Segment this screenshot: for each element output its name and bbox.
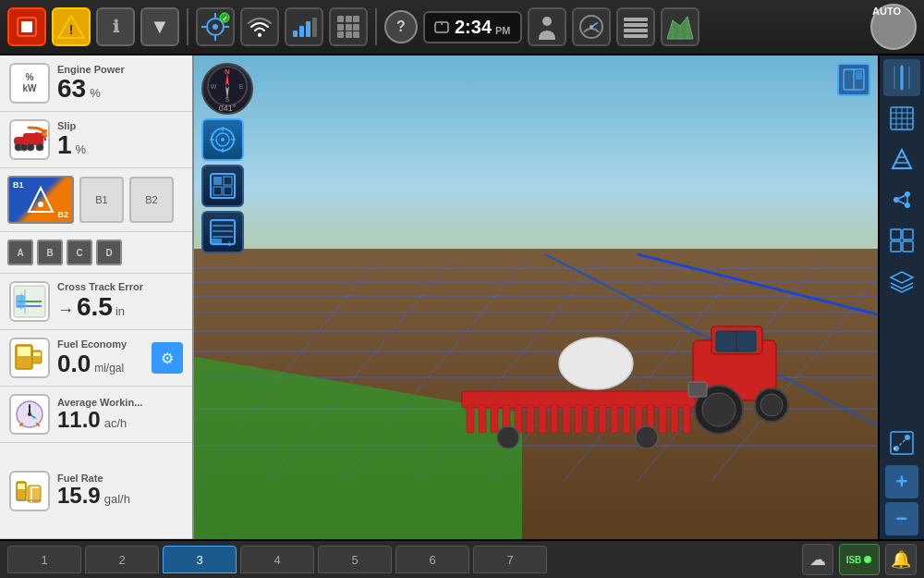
svg-point-105	[559, 338, 633, 389]
isb-button[interactable]: ISB ✓	[839, 544, 880, 575]
tab-1[interactable]: 1	[7, 546, 81, 573]
svg-rect-55	[33, 352, 41, 356]
map-view[interactable]: N S W E 041°	[194, 55, 878, 539]
cte-icon	[9, 281, 50, 322]
warning-button[interactable]: !	[52, 7, 91, 46]
zoom-in-button[interactable]: +	[885, 465, 918, 498]
engine-power-label: Engine Power	[57, 64, 183, 75]
tab-3[interactable]: 3	[163, 546, 237, 573]
slip-info: Slip 1 %	[57, 120, 183, 160]
sections-card: A B C D	[0, 232, 192, 274]
map-edit-tool-button[interactable]	[883, 424, 920, 461]
fuel-economy-label: Fuel Economy	[57, 338, 144, 350]
zoom-out-button[interactable]: −	[885, 502, 918, 535]
svg-point-59	[28, 412, 31, 416]
svg-rect-169	[891, 432, 913, 454]
layers-tool-button[interactable]	[883, 263, 920, 300]
cross-track-error-card: Cross Track Error → 6.5 in	[0, 274, 192, 330]
field-button[interactable]	[661, 7, 699, 46]
multiview-tool-button[interactable]	[883, 222, 920, 259]
layout-button[interactable]	[201, 165, 244, 207]
notification-button[interactable]: 🔔	[885, 544, 917, 575]
tab-2[interactable]: 2	[85, 546, 159, 573]
slip-value: 1	[57, 131, 72, 160]
auto-button[interactable]: AUTO	[870, 4, 917, 50]
svg-rect-132	[213, 177, 222, 185]
svg-rect-84	[467, 405, 474, 433]
cloud-button[interactable]: ☁	[802, 544, 833, 575]
cte-value: 6.5	[77, 292, 113, 322]
svg-rect-164	[891, 229, 901, 240]
tab-7[interactable]: 7	[473, 546, 547, 573]
svg-text:!: !	[69, 22, 74, 37]
svg-point-44	[36, 143, 43, 151]
guidance-button[interactable]	[201, 118, 244, 161]
split-view-button[interactable]	[837, 63, 870, 96]
svg-rect-23	[337, 31, 344, 38]
svg-rect-97	[623, 405, 630, 433]
layers-button[interactable]	[616, 7, 655, 46]
person-button[interactable]	[528, 7, 566, 46]
svg-rect-17	[337, 16, 344, 22]
tab-4[interactable]: 4	[240, 546, 314, 573]
help-button[interactable]: ?	[384, 10, 418, 43]
engine-power-value: 63	[57, 75, 86, 104]
isb-label: ISB	[846, 555, 862, 565]
fuel-rate-value: 15.9	[57, 484, 101, 508]
boundary-b1[interactable]: B1	[79, 177, 124, 223]
info-button[interactable]: ℹ	[96, 7, 135, 46]
avg-working-label: Average Workin...	[57, 397, 183, 408]
bottom-bar: 1 2 3 4 5 6 7 ☁ ISB ✓ 🔔	[0, 539, 924, 578]
svg-line-161	[896, 194, 907, 200]
fuel-economy-unit: mi/gal	[94, 362, 124, 375]
coverage-button[interactable]: 1	[201, 211, 244, 253]
down-button[interactable]: ▼	[140, 7, 179, 46]
svg-rect-15	[306, 21, 310, 37]
signal-button[interactable]	[285, 7, 323, 46]
stop-button[interactable]	[7, 7, 46, 46]
svg-rect-110	[737, 332, 755, 350]
svg-rect-95	[599, 405, 606, 433]
nodes-tool-button[interactable]	[883, 181, 920, 218]
fuel-economy-settings-button[interactable]: ⚙	[152, 342, 183, 374]
svg-rect-85	[479, 405, 486, 433]
top-bar: ! ℹ ▼ ✓	[0, 0, 924, 55]
section-d[interactable]: D	[96, 240, 122, 265]
slip-card: Slip 1 %	[0, 112, 192, 168]
swath-tool-button[interactable]	[883, 59, 920, 96]
section-c[interactable]: C	[67, 240, 92, 265]
svg-rect-93	[575, 405, 582, 433]
svg-rect-25	[353, 31, 359, 38]
time-value: 2:34	[455, 17, 492, 38]
svg-rect-133	[224, 177, 232, 185]
cte-value-row: → 6.5 in	[57, 292, 183, 322]
svg-text:✓: ✓	[865, 557, 870, 563]
left-panel: %kW Engine Power 63 %	[0, 55, 194, 539]
svg-rect-144	[856, 71, 862, 80]
svg-rect-134	[213, 187, 222, 195]
tab-6[interactable]: 6	[395, 546, 469, 573]
compass-button[interactable]: N S W E 041°	[201, 63, 253, 115]
fuel-rate-info: Fuel Rate 15.9 gal/h	[57, 473, 183, 508]
engine-power-card: %kW Engine Power 63 %	[0, 55, 192, 112]
obstacle-tool-button[interactable]	[883, 141, 920, 178]
boundary-b2[interactable]: B2	[129, 177, 174, 223]
grid-button[interactable]	[329, 7, 368, 46]
fuel-economy-value: 0.0	[57, 350, 91, 378]
section-a[interactable]: A	[7, 240, 33, 265]
svg-rect-19	[353, 16, 359, 22]
wifi-button[interactable]	[240, 7, 279, 46]
section-b[interactable]: B	[37, 240, 63, 265]
svg-rect-22	[353, 24, 359, 31]
speedometer-button[interactable]	[572, 7, 611, 46]
svg-rect-86	[491, 405, 498, 433]
svg-point-31	[590, 25, 593, 29]
gps-button[interactable]: ✓	[196, 7, 235, 46]
svg-line-162	[896, 200, 907, 205]
coverage-tool-button[interactable]	[883, 100, 920, 137]
tab-5[interactable]: 5	[318, 546, 392, 573]
cte-unit: in	[116, 304, 125, 318]
svg-text:W: W	[211, 83, 217, 90]
svg-point-112	[702, 393, 736, 426]
cte-info: Cross Track Error → 6.5 in	[57, 281, 183, 322]
